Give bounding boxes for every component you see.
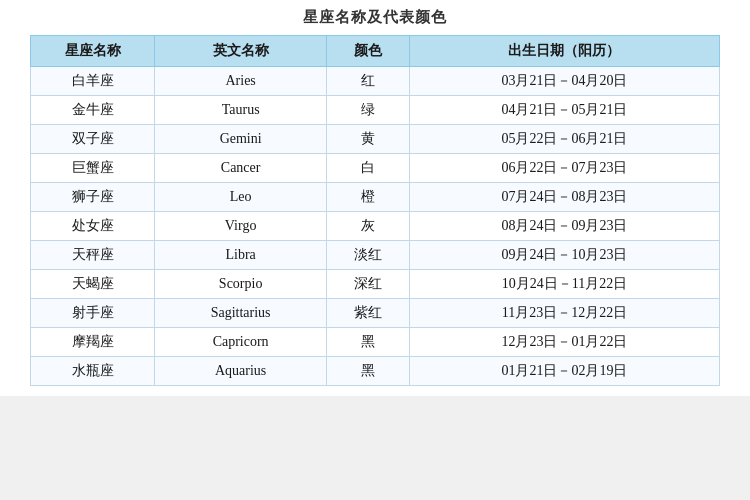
cell-en: Gemini <box>155 125 327 154</box>
cell-en: Scorpio <box>155 270 327 299</box>
table-row: 摩羯座Capricorn黑12月23日－01月22日 <box>31 328 720 357</box>
cell-en: Libra <box>155 241 327 270</box>
cell-zh: 水瓶座 <box>31 357 155 386</box>
table-row: 处女座Virgo灰08月24日－09月23日 <box>31 212 720 241</box>
table-row: 天蝎座Scorpio深红10月24日－11月22日 <box>31 270 720 299</box>
table-row: 白羊座Aries红03月21日－04月20日 <box>31 67 720 96</box>
cell-color: 黑 <box>327 357 410 386</box>
cell-en: Sagittarius <box>155 299 327 328</box>
zodiac-table: 星座名称 英文名称 颜色 出生日期（阳历） 白羊座Aries红03月21日－04… <box>30 35 720 386</box>
cell-color: 紫红 <box>327 299 410 328</box>
cell-color: 黑 <box>327 328 410 357</box>
table-row: 巨蟹座Cancer白06月22日－07月23日 <box>31 154 720 183</box>
header-en: 英文名称 <box>155 36 327 67</box>
cell-color: 深红 <box>327 270 410 299</box>
cell-date: 12月23日－01月22日 <box>409 328 719 357</box>
cell-date: 07月24日－08月23日 <box>409 183 719 212</box>
table-row: 水瓶座Aquarius黑01月21日－02月19日 <box>31 357 720 386</box>
page-wrapper: 星座名称及代表颜色 星座名称 英文名称 颜色 出生日期（阳历） 白羊座Aries… <box>0 0 750 396</box>
cell-color: 黄 <box>327 125 410 154</box>
cell-date: 10月24日－11月22日 <box>409 270 719 299</box>
cell-color: 橙 <box>327 183 410 212</box>
cell-color: 绿 <box>327 96 410 125</box>
table-row: 射手座Sagittarius紫红11月23日－12月22日 <box>31 299 720 328</box>
table-row: 狮子座Leo橙07月24日－08月23日 <box>31 183 720 212</box>
cell-date: 03月21日－04月20日 <box>409 67 719 96</box>
header-zh: 星座名称 <box>31 36 155 67</box>
cell-date: 08月24日－09月23日 <box>409 212 719 241</box>
table-header-row: 星座名称 英文名称 颜色 出生日期（阳历） <box>31 36 720 67</box>
header-color: 颜色 <box>327 36 410 67</box>
cell-zh: 双子座 <box>31 125 155 154</box>
cell-date: 05月22日－06月21日 <box>409 125 719 154</box>
cell-en: Virgo <box>155 212 327 241</box>
cell-zh: 处女座 <box>31 212 155 241</box>
cell-en: Capricorn <box>155 328 327 357</box>
cell-color: 灰 <box>327 212 410 241</box>
cell-en: Aquarius <box>155 357 327 386</box>
cell-color: 白 <box>327 154 410 183</box>
cell-zh: 射手座 <box>31 299 155 328</box>
cell-zh: 狮子座 <box>31 183 155 212</box>
cell-date: 11月23日－12月22日 <box>409 299 719 328</box>
header-date: 出生日期（阳历） <box>409 36 719 67</box>
cell-date: 01月21日－02月19日 <box>409 357 719 386</box>
cell-date: 06月22日－07月23日 <box>409 154 719 183</box>
cell-en: Aries <box>155 67 327 96</box>
cell-zh: 金牛座 <box>31 96 155 125</box>
cell-date: 09月24日－10月23日 <box>409 241 719 270</box>
cell-en: Leo <box>155 183 327 212</box>
page-title: 星座名称及代表颜色 <box>30 8 720 27</box>
cell-zh: 摩羯座 <box>31 328 155 357</box>
cell-zh: 天秤座 <box>31 241 155 270</box>
table-row: 金牛座Taurus绿04月21日－05月21日 <box>31 96 720 125</box>
cell-en: Cancer <box>155 154 327 183</box>
cell-zh: 白羊座 <box>31 67 155 96</box>
cell-color: 红 <box>327 67 410 96</box>
cell-date: 04月21日－05月21日 <box>409 96 719 125</box>
table-row: 双子座Gemini黄05月22日－06月21日 <box>31 125 720 154</box>
cell-zh: 天蝎座 <box>31 270 155 299</box>
cell-color: 淡红 <box>327 241 410 270</box>
cell-zh: 巨蟹座 <box>31 154 155 183</box>
cell-en: Taurus <box>155 96 327 125</box>
table-row: 天秤座Libra淡红09月24日－10月23日 <box>31 241 720 270</box>
